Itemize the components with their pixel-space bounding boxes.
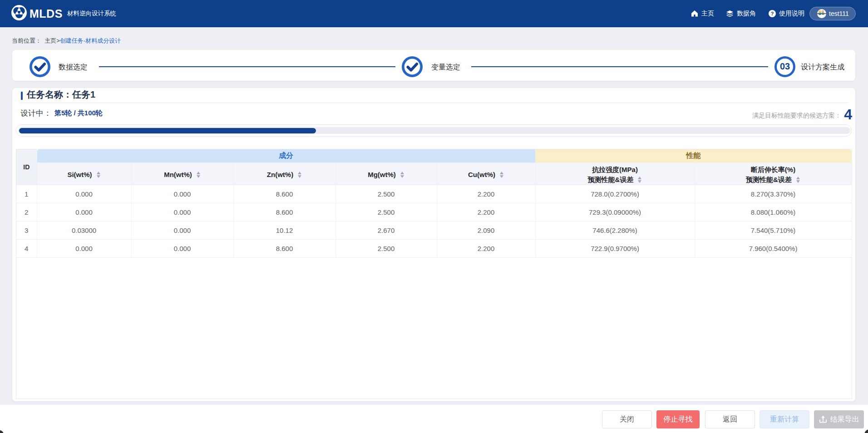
svg-text:?: ? bbox=[771, 11, 774, 16]
